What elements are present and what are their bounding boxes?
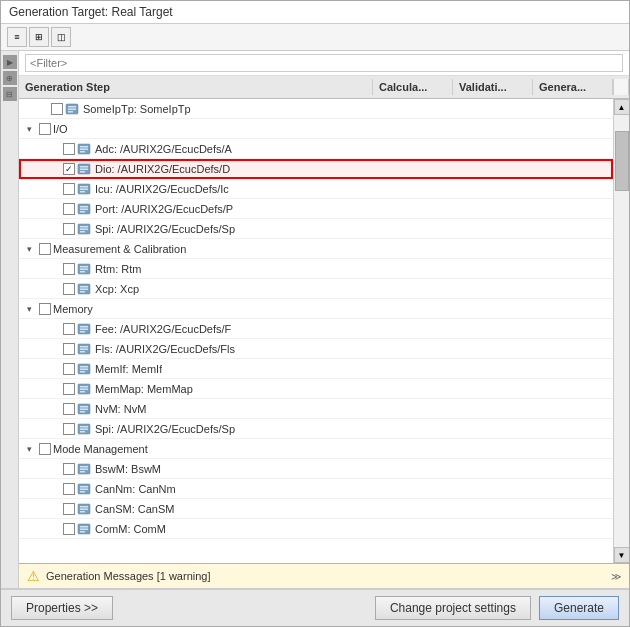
tree-checkbox[interactable] [63,343,75,355]
scroll-thumb[interactable] [615,131,629,191]
tree-label: Memory [53,303,93,315]
expand-arrow[interactable]: ▾ [27,444,37,454]
tree-cell-calc [357,467,437,471]
expand-arrow[interactable]: ▾ [27,304,37,314]
tree-row[interactable]: Spi: /AURIX2G/EcucDefs/Sp [19,219,613,239]
expand-arrow[interactable]: ▾ [27,124,37,134]
tree-cell-label: Rtm: Rtm [19,260,357,278]
tree-cell-label: SomeIpTp: SomeIpTp [19,100,357,118]
tree-row[interactable]: ComM: ComM [19,519,613,539]
tree-checkbox[interactable] [63,423,75,435]
tree-row[interactable]: Adc: /AURIX2G/EcucDefs/A [19,139,613,159]
tree-cell-calc [357,427,437,431]
tree-row[interactable]: ▾I/O [19,119,613,139]
tree-checkbox[interactable] [63,483,75,495]
toolbar-btn-3[interactable]: ◫ [51,27,71,47]
tree-row[interactable]: MemIf: MemIf [19,359,613,379]
tree-label: Fls: /AURIX2G/EcucDefs/Fls [95,343,235,355]
tree-cell-valid [437,127,517,131]
tree-checkbox[interactable] [39,123,51,135]
tree-row[interactable]: Fls: /AURIX2G/EcucDefs/Fls [19,339,613,359]
tree-checkbox[interactable] [63,503,75,515]
tree-row[interactable]: ▾Memory [19,299,613,319]
tree-cell-gen [517,467,597,471]
tree-row[interactable]: ▾Mode Management [19,439,613,459]
generate-button[interactable]: Generate [539,596,619,620]
tree-checkbox[interactable] [63,523,75,535]
tree-cell-valid [437,267,517,271]
tree-row[interactable]: Fee: /AURIX2G/EcucDefs/F [19,319,613,339]
expand-arrow[interactable]: ▾ [27,244,37,254]
title-bar: Generation Target: Real Target [1,1,629,24]
scroll-down[interactable]: ▼ [614,547,630,563]
tree-cell-calc [357,247,437,251]
tree-checkbox[interactable] [39,303,51,315]
tree-checkbox[interactable] [63,283,75,295]
scrollbar[interactable]: ▲ ▼ [613,99,629,563]
col-step: Generation Step [19,79,373,95]
svg-rect-13 [80,186,88,188]
warning-bar[interactable]: ⚠ Generation Messages [1 warning] ≫ [19,563,629,588]
module-icon [77,362,91,376]
tree-cell-gen [517,427,597,431]
toolbar-btn-1[interactable]: ≡ [7,27,27,47]
content-area: ▶ ⊕ ⊟ Generation Step Calcula... Validat… [1,51,629,588]
tree-row[interactable]: CanSM: CanSM [19,499,613,519]
tree-cell-calc [357,347,437,351]
tree-checkbox[interactable] [63,463,75,475]
tree-checkbox[interactable] [63,323,75,335]
svg-rect-37 [80,346,88,348]
scroll-up[interactable]: ▲ [614,99,630,115]
tree-label: Mode Management [53,443,148,455]
sidebar-icon-2[interactable]: ⊕ [3,71,17,85]
table-header: Generation Step Calcula... Validati... G… [19,76,629,99]
sidebar-icon-3[interactable]: ⊟ [3,87,17,101]
col-calc: Calcula... [373,79,453,95]
tree-row[interactable]: Spi: /AURIX2G/EcucDefs/Sp [19,419,613,439]
tree-cell-calc [357,307,437,311]
tree-cell-gen [517,167,597,171]
svg-rect-35 [80,331,85,333]
tree-cell-label: Icu: /AURIX2G/EcucDefs/Ic [19,180,357,198]
tree-row[interactable]: Dio: /AURIX2G/EcucDefs/D [19,159,613,179]
module-icon [77,262,91,276]
tree-cell-valid [437,327,517,331]
tree-checkbox[interactable] [51,103,63,115]
tree-row[interactable]: ▾Measurement & Calibration [19,239,613,259]
tree-row[interactable]: Icu: /AURIX2G/EcucDefs/Ic [19,179,613,199]
svg-rect-43 [80,371,85,373]
tree-row[interactable]: BswM: BswM [19,459,613,479]
tree-row[interactable]: CanNm: CanNm [19,479,613,499]
tree-label: MemIf: MemIf [95,363,162,375]
tree-checkbox[interactable] [63,143,75,155]
tree-cell-valid [437,247,517,251]
tree-checkbox[interactable] [39,243,51,255]
filter-input[interactable] [25,54,623,72]
tree-checkbox[interactable] [63,263,75,275]
tree-row[interactable]: Xcp: Xcp [19,279,613,299]
tree-checkbox[interactable] [63,363,75,375]
sidebar-icon-1[interactable]: ▶ [3,55,17,69]
tree-checkbox[interactable] [63,223,75,235]
tree-area[interactable]: SomeIpTp: SomeIpTp▾I/OAdc: /AURIX2G/Ecuc… [19,99,613,563]
tree-row[interactable]: Port: /AURIX2G/EcucDefs/P [19,199,613,219]
tree-checkbox[interactable] [63,203,75,215]
tree-row[interactable]: SomeIpTp: SomeIpTp [19,99,613,119]
tree-checkbox[interactable] [63,163,75,175]
tree-cell-gen [517,367,597,371]
tree-cell-calc [357,127,437,131]
tree-label: Rtm: Rtm [95,263,141,275]
toolbar-btn-2[interactable]: ⊞ [29,27,49,47]
tree-label: Measurement & Calibration [53,243,186,255]
tree-row[interactable]: NvM: NvM [19,399,613,419]
tree-checkbox[interactable] [39,443,51,455]
tree-checkbox[interactable] [63,383,75,395]
tree-checkbox[interactable] [63,403,75,415]
tree-row[interactable]: MemMap: MemMap [19,379,613,399]
module-icon [77,522,91,536]
module-icon [77,502,91,516]
change-settings-button[interactable]: Change project settings [375,596,531,620]
tree-checkbox[interactable] [63,183,75,195]
properties-button[interactable]: Properties >> [11,596,113,620]
tree-row[interactable]: Rtm: Rtm [19,259,613,279]
